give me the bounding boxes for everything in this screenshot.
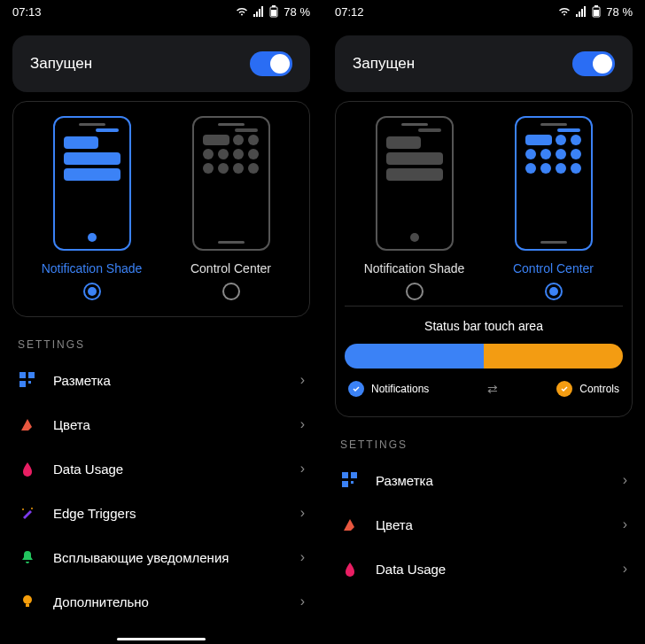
check-icon bbox=[348, 381, 364, 397]
signal-icon bbox=[576, 6, 587, 17]
check-icon bbox=[556, 381, 572, 397]
mode-label: Notification Shade bbox=[364, 261, 465, 275]
settings-header: SETTINGS bbox=[18, 338, 305, 351]
status-battery-pct: 78 % bbox=[284, 5, 310, 19]
svg-point-7 bbox=[31, 508, 33, 509]
mode-preview-control bbox=[192, 116, 270, 251]
mode-notification-shade[interactable]: Notification Shade bbox=[22, 116, 161, 300]
svg-rect-17 bbox=[351, 481, 354, 484]
svg-point-9 bbox=[23, 595, 32, 604]
mode-radio[interactable] bbox=[83, 283, 101, 300]
mode-preview-notification bbox=[376, 116, 454, 251]
mode-radio[interactable] bbox=[545, 283, 563, 300]
bulb-icon bbox=[18, 592, 37, 611]
setting-item-layout[interactable]: Разметка › bbox=[322, 458, 645, 502]
setting-label: Разметка bbox=[53, 373, 284, 388]
chevron-right-icon: › bbox=[300, 372, 305, 388]
chevron-right-icon: › bbox=[623, 516, 627, 532]
bell-icon bbox=[18, 547, 37, 567]
svg-rect-13 bbox=[594, 10, 599, 16]
mode-control-center[interactable]: Control Center bbox=[484, 116, 623, 300]
setting-item-edge-triggers[interactable]: Edge Triggers › bbox=[0, 491, 322, 535]
touch-area-left bbox=[345, 344, 484, 369]
legend-label: Controls bbox=[579, 383, 619, 395]
setting-item-popup-notifications[interactable]: Всплывающие уведомления › bbox=[0, 535, 322, 579]
setting-item-colors[interactable]: Цвета › bbox=[0, 402, 322, 446]
mode-preview-control bbox=[515, 116, 593, 251]
chevron-right-icon: › bbox=[300, 416, 305, 432]
setting-label: Data Usage bbox=[376, 562, 607, 577]
svg-rect-2 bbox=[271, 10, 276, 16]
chevron-right-icon: › bbox=[300, 594, 305, 609]
setting-item-extra[interactable]: Дополнительно › bbox=[0, 579, 322, 624]
legend-label: Notifications bbox=[371, 383, 429, 395]
swap-icon[interactable]: ⇄ bbox=[487, 382, 498, 396]
status-bar: 07:13 78 % bbox=[0, 0, 322, 23]
status-bar: 07:12 78 % bbox=[322, 0, 645, 23]
mode-control-center[interactable]: Control Center bbox=[161, 116, 300, 300]
mode-label: Notification Shade bbox=[42, 261, 143, 275]
setting-item-data-usage[interactable]: Data Usage › bbox=[0, 446, 322, 491]
legend-controls[interactable]: Controls bbox=[556, 381, 619, 397]
wifi-icon bbox=[558, 6, 571, 17]
mode-notification-shade[interactable]: Notification Shade bbox=[345, 116, 484, 300]
svg-rect-5 bbox=[19, 381, 26, 387]
svg-rect-1 bbox=[272, 5, 276, 7]
setting-label: Edge Triggers bbox=[53, 506, 284, 521]
running-title: Запущен bbox=[30, 55, 92, 73]
running-toggle[interactable] bbox=[250, 51, 292, 76]
grid-icon bbox=[340, 470, 360, 490]
touch-area-title: Status bar touch area bbox=[345, 319, 623, 333]
mode-selector-card: Notification Shade Control Center bbox=[335, 101, 633, 417]
mode-radio[interactable] bbox=[222, 283, 240, 300]
running-toggle[interactable] bbox=[572, 51, 615, 76]
setting-item-data-usage[interactable]: Data Usage › bbox=[322, 547, 645, 591]
mode-selector-card: Notification Shade Control Center bbox=[12, 101, 310, 317]
running-card: Запущен bbox=[12, 35, 310, 92]
chevron-right-icon: › bbox=[300, 549, 305, 565]
setting-label: Цвета bbox=[53, 417, 284, 432]
touch-area-right bbox=[484, 344, 623, 369]
svg-rect-6 bbox=[28, 381, 31, 384]
status-battery-pct: 78 % bbox=[606, 5, 633, 19]
svg-rect-15 bbox=[351, 472, 357, 478]
setting-item-layout[interactable]: Разметка › bbox=[0, 358, 322, 402]
setting-label: Всплывающие уведомления bbox=[53, 550, 284, 565]
chevron-right-icon: › bbox=[623, 472, 627, 488]
status-time: 07:12 bbox=[335, 5, 364, 19]
screen-left: 07:13 78 % Запущен Notification Shad bbox=[0, 0, 322, 644]
running-card: Запущен bbox=[335, 35, 633, 92]
wifi-icon bbox=[236, 6, 248, 17]
setting-label: Дополнительно bbox=[53, 594, 284, 609]
palette-icon bbox=[18, 415, 37, 434]
setting-label: Data Usage bbox=[53, 462, 284, 477]
svg-rect-3 bbox=[19, 372, 26, 378]
setting-item-colors[interactable]: Цвета › bbox=[322, 502, 645, 547]
mode-label: Control Center bbox=[513, 261, 594, 275]
touch-area-section: Status bar touch area Notifications ⇄ Co… bbox=[345, 306, 623, 400]
grid-icon bbox=[18, 370, 37, 390]
svg-rect-12 bbox=[594, 5, 598, 7]
chevron-right-icon: › bbox=[623, 561, 627, 577]
battery-icon bbox=[592, 5, 601, 18]
drop-icon bbox=[340, 559, 360, 578]
nav-bar[interactable] bbox=[117, 638, 206, 640]
battery-icon bbox=[269, 5, 278, 18]
mode-preview-notification bbox=[53, 116, 131, 251]
legend-notifications[interactable]: Notifications bbox=[348, 381, 429, 397]
running-title: Запущен bbox=[353, 55, 415, 73]
chevron-right-icon: › bbox=[300, 461, 305, 477]
svg-point-8 bbox=[22, 508, 24, 510]
screen-right: 07:12 78 % Запущен Notification Shad bbox=[322, 0, 645, 644]
palette-icon bbox=[340, 515, 360, 534]
setting-label: Разметка bbox=[376, 473, 607, 488]
settings-header: SETTINGS bbox=[340, 438, 627, 451]
wand-icon bbox=[18, 503, 37, 523]
setting-label: Цвета bbox=[376, 517, 607, 532]
drop-icon bbox=[18, 459, 37, 478]
svg-rect-16 bbox=[342, 481, 348, 487]
status-time: 07:13 bbox=[12, 5, 42, 19]
mode-radio[interactable] bbox=[406, 283, 424, 300]
chevron-right-icon: › bbox=[300, 505, 305, 521]
touch-area-slider[interactable] bbox=[345, 344, 623, 369]
